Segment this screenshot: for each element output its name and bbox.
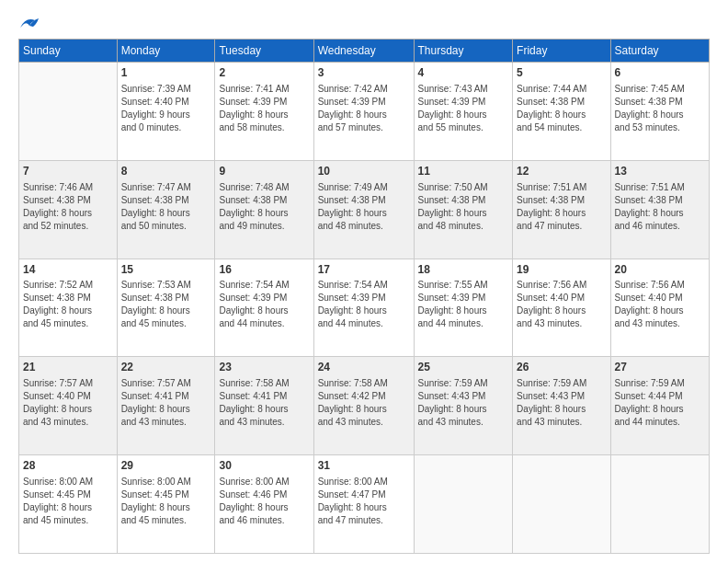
cell-content: Sunrise: 7:49 AM Sunset: 4:38 PM Dayligh… xyxy=(318,181,410,233)
cell-content: Sunrise: 7:51 AM Sunset: 4:38 PM Dayligh… xyxy=(615,181,705,233)
calendar-cell: 11Sunrise: 7:50 AM Sunset: 4:38 PM Dayli… xyxy=(414,160,513,259)
calendar-cell xyxy=(414,455,513,554)
day-number: 22 xyxy=(121,360,211,375)
day-number: 28 xyxy=(23,458,113,474)
page: SundayMondayTuesdayWednesdayThursdayFrid… xyxy=(0,0,728,563)
day-number: 4 xyxy=(418,65,509,81)
calendar-cell: 22Sunrise: 7:57 AM Sunset: 4:41 PM Dayli… xyxy=(117,357,215,455)
day-number: 2 xyxy=(219,65,309,81)
calendar-cell: 21Sunrise: 7:57 AM Sunset: 4:40 PM Dayli… xyxy=(19,357,118,455)
day-number: 20 xyxy=(615,262,705,278)
cell-content: Sunrise: 7:56 AM Sunset: 4:40 PM Dayligh… xyxy=(517,279,606,330)
day-number: 21 xyxy=(23,360,113,375)
calendar-cell: 26Sunrise: 7:59 AM Sunset: 4:43 PM Dayli… xyxy=(513,357,610,455)
day-number: 13 xyxy=(615,164,705,179)
cell-content: Sunrise: 8:00 AM Sunset: 4:45 PM Dayligh… xyxy=(23,476,113,527)
cell-content: Sunrise: 7:51 AM Sunset: 4:38 PM Dayligh… xyxy=(517,181,606,233)
day-number: 1 xyxy=(121,65,211,81)
day-number: 15 xyxy=(121,262,211,278)
calendar-cell xyxy=(513,455,610,554)
calendar-cell: 24Sunrise: 7:58 AM Sunset: 4:42 PM Dayli… xyxy=(313,357,414,455)
day-number: 29 xyxy=(121,458,211,474)
day-number: 27 xyxy=(615,360,705,375)
calendar-cell: 4Sunrise: 7:43 AM Sunset: 4:39 PM Daylig… xyxy=(414,63,513,161)
calendar-cell: 25Sunrise: 7:59 AM Sunset: 4:43 PM Dayli… xyxy=(414,357,513,455)
day-number: 17 xyxy=(318,262,410,278)
calendar-cell: 19Sunrise: 7:56 AM Sunset: 4:40 PM Dayli… xyxy=(513,259,610,357)
day-number: 12 xyxy=(517,164,606,179)
cell-content: Sunrise: 7:41 AM Sunset: 4:39 PM Dayligh… xyxy=(219,83,309,134)
calendar-cell: 7Sunrise: 7:46 AM Sunset: 4:38 PM Daylig… xyxy=(19,160,118,259)
calendar-cell xyxy=(19,63,118,161)
calendar-cell: 1Sunrise: 7:39 AM Sunset: 4:40 PM Daylig… xyxy=(117,63,215,161)
cell-content: Sunrise: 7:52 AM Sunset: 4:38 PM Dayligh… xyxy=(23,279,113,330)
day-number: 5 xyxy=(517,65,606,81)
day-number: 31 xyxy=(318,458,410,474)
day-number: 3 xyxy=(318,65,410,81)
calendar-cell: 23Sunrise: 7:58 AM Sunset: 4:41 PM Dayli… xyxy=(215,357,313,455)
logo xyxy=(18,15,39,31)
day-header-thursday: Thursday xyxy=(414,40,513,63)
calendar-cell: 14Sunrise: 7:52 AM Sunset: 4:38 PM Dayli… xyxy=(19,259,118,357)
calendar-cell: 20Sunrise: 7:56 AM Sunset: 4:40 PM Dayli… xyxy=(610,259,709,357)
calendar-cell: 6Sunrise: 7:45 AM Sunset: 4:38 PM Daylig… xyxy=(610,63,709,161)
day-number: 10 xyxy=(318,164,410,179)
day-number: 7 xyxy=(23,164,113,179)
header-row: SundayMondayTuesdayWednesdayThursdayFrid… xyxy=(19,40,710,63)
day-number: 23 xyxy=(219,360,309,375)
calendar-cell: 15Sunrise: 7:53 AM Sunset: 4:38 PM Dayli… xyxy=(117,259,215,357)
calendar-cell: 5Sunrise: 7:44 AM Sunset: 4:38 PM Daylig… xyxy=(513,63,610,161)
cell-content: Sunrise: 8:00 AM Sunset: 4:47 PM Dayligh… xyxy=(318,476,410,527)
day-header-tuesday: Tuesday xyxy=(215,40,313,63)
cell-content: Sunrise: 8:00 AM Sunset: 4:46 PM Dayligh… xyxy=(219,476,309,527)
cell-content: Sunrise: 7:54 AM Sunset: 4:39 PM Dayligh… xyxy=(318,279,410,330)
header xyxy=(18,15,710,31)
day-header-saturday: Saturday xyxy=(610,40,709,63)
cell-content: Sunrise: 7:45 AM Sunset: 4:38 PM Dayligh… xyxy=(615,83,705,134)
day-number: 8 xyxy=(121,164,211,179)
calendar-cell: 2Sunrise: 7:41 AM Sunset: 4:39 PM Daylig… xyxy=(215,63,313,161)
calendar-week-row: 1Sunrise: 7:39 AM Sunset: 4:40 PM Daylig… xyxy=(19,63,710,161)
cell-content: Sunrise: 7:56 AM Sunset: 4:40 PM Dayligh… xyxy=(615,279,705,330)
calendar-cell: 10Sunrise: 7:49 AM Sunset: 4:38 PM Dayli… xyxy=(313,160,414,259)
cell-content: Sunrise: 7:59 AM Sunset: 4:43 PM Dayligh… xyxy=(418,377,509,429)
cell-content: Sunrise: 7:57 AM Sunset: 4:41 PM Dayligh… xyxy=(121,377,211,429)
day-header-wednesday: Wednesday xyxy=(313,40,414,63)
calendar-cell: 30Sunrise: 8:00 AM Sunset: 4:46 PM Dayli… xyxy=(215,455,313,554)
cell-content: Sunrise: 7:48 AM Sunset: 4:38 PM Dayligh… xyxy=(219,181,309,233)
day-number: 30 xyxy=(219,458,309,474)
day-number: 24 xyxy=(318,360,410,375)
day-number: 14 xyxy=(23,262,113,278)
day-number: 6 xyxy=(615,65,705,81)
calendar-table: SundayMondayTuesdayWednesdayThursdayFrid… xyxy=(18,39,710,554)
calendar-week-row: 7Sunrise: 7:46 AM Sunset: 4:38 PM Daylig… xyxy=(19,160,710,259)
calendar-cell: 28Sunrise: 8:00 AM Sunset: 4:45 PM Dayli… xyxy=(19,455,118,554)
day-number: 18 xyxy=(418,262,509,278)
cell-content: Sunrise: 7:50 AM Sunset: 4:38 PM Dayligh… xyxy=(418,181,509,233)
logo-bird-icon xyxy=(18,15,39,31)
day-number: 9 xyxy=(219,164,309,179)
cell-content: Sunrise: 7:42 AM Sunset: 4:39 PM Dayligh… xyxy=(318,83,410,134)
calendar-week-row: 14Sunrise: 7:52 AM Sunset: 4:38 PM Dayli… xyxy=(19,259,710,357)
calendar-cell xyxy=(610,455,709,554)
calendar-cell: 13Sunrise: 7:51 AM Sunset: 4:38 PM Dayli… xyxy=(610,160,709,259)
day-number: 25 xyxy=(418,360,509,375)
cell-content: Sunrise: 7:58 AM Sunset: 4:42 PM Dayligh… xyxy=(318,377,410,429)
day-number: 19 xyxy=(517,262,606,278)
calendar-week-row: 21Sunrise: 7:57 AM Sunset: 4:40 PM Dayli… xyxy=(19,357,710,455)
day-number: 26 xyxy=(517,360,606,375)
calendar-cell: 3Sunrise: 7:42 AM Sunset: 4:39 PM Daylig… xyxy=(313,63,414,161)
calendar-cell: 8Sunrise: 7:47 AM Sunset: 4:38 PM Daylig… xyxy=(117,160,215,259)
day-number: 11 xyxy=(418,164,509,179)
calendar-cell: 16Sunrise: 7:54 AM Sunset: 4:39 PM Dayli… xyxy=(215,259,313,357)
day-header-sunday: Sunday xyxy=(19,40,118,63)
calendar-week-row: 28Sunrise: 8:00 AM Sunset: 4:45 PM Dayli… xyxy=(19,455,710,554)
cell-content: Sunrise: 7:58 AM Sunset: 4:41 PM Dayligh… xyxy=(219,377,309,429)
calendar-cell: 9Sunrise: 7:48 AM Sunset: 4:38 PM Daylig… xyxy=(215,160,313,259)
cell-content: Sunrise: 7:43 AM Sunset: 4:39 PM Dayligh… xyxy=(418,83,509,134)
calendar-cell: 18Sunrise: 7:55 AM Sunset: 4:39 PM Dayli… xyxy=(414,259,513,357)
cell-content: Sunrise: 7:46 AM Sunset: 4:38 PM Dayligh… xyxy=(23,181,113,233)
day-header-friday: Friday xyxy=(513,40,610,63)
calendar-cell: 29Sunrise: 8:00 AM Sunset: 4:45 PM Dayli… xyxy=(117,455,215,554)
cell-content: Sunrise: 7:47 AM Sunset: 4:38 PM Dayligh… xyxy=(121,181,211,233)
